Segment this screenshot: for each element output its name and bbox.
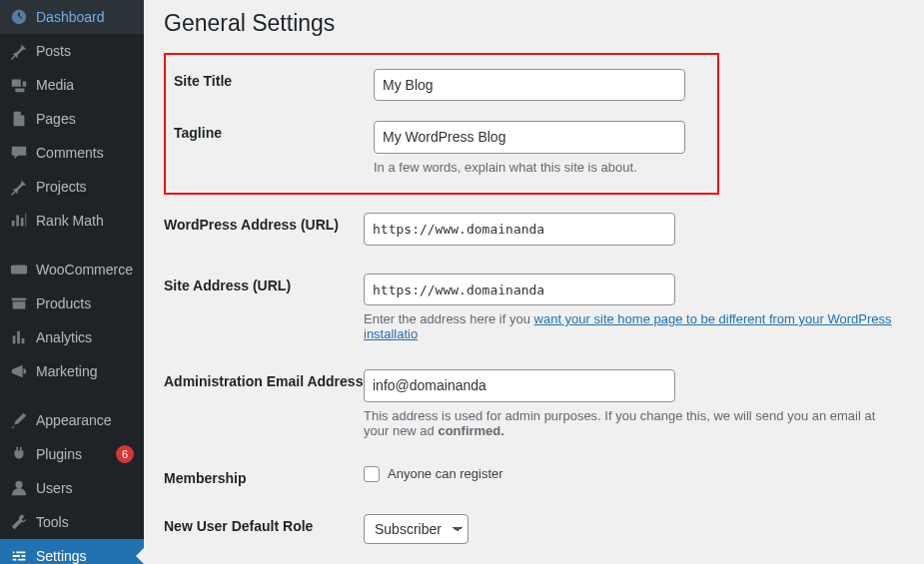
bars-icon xyxy=(10,328,28,346)
admin-sidebar: Dashboard Posts Media Pages Comments Pro… xyxy=(0,0,144,564)
sidebar-item-products[interactable]: Products xyxy=(0,286,144,320)
chart-icon xyxy=(10,212,28,230)
form-row-default-role: New User Default Role Subscriber xyxy=(164,500,904,558)
form-row-site-language: Site Language⇄ English (United States) xyxy=(164,558,904,564)
svg-rect-0 xyxy=(11,266,27,275)
sidebar-item-marketing[interactable]: Marketing xyxy=(0,354,144,388)
sidebar-item-label: Users xyxy=(36,480,134,496)
site-address-description: Enter the address here if you want your … xyxy=(364,311,904,341)
sidebar-item-projects[interactable]: Projects xyxy=(0,170,144,204)
site-address-input[interactable]: https://www.domainanda xyxy=(364,274,675,306)
admin-email-description: This address is used for admin purposes.… xyxy=(364,408,904,438)
page-icon xyxy=(10,110,28,128)
page-title: General Settings xyxy=(164,8,904,39)
highlighted-section: Site Title Tagline In a few words, expla… xyxy=(164,53,719,195)
admin-email-input[interactable] xyxy=(364,369,675,401)
sidebar-item-analytics[interactable]: Analytics xyxy=(0,320,144,354)
sidebar-separator xyxy=(0,393,144,398)
form-row-wp-address: WordPress Address (URL) https://www.doma… xyxy=(164,199,904,260)
sidebar-item-media[interactable]: Media xyxy=(0,68,144,102)
label-membership: Membership xyxy=(164,466,364,486)
sidebar-item-label: Posts xyxy=(36,43,134,59)
label-site-address: Site Address (URL) xyxy=(164,274,364,293)
label-admin-email: Administration Email Address xyxy=(164,369,364,389)
sidebar-item-appearance[interactable]: Appearance xyxy=(0,403,144,437)
brush-icon xyxy=(10,411,28,429)
tagline-description: In a few words, explain what this site i… xyxy=(374,160,709,175)
sidebar-item-label: WooCommerce xyxy=(36,262,134,278)
label-default-role: New User Default Role xyxy=(164,514,364,534)
comment-icon xyxy=(10,144,28,162)
membership-checkbox-label[interactable]: Anyone can register xyxy=(364,466,904,482)
sidebar-item-label: Projects xyxy=(36,179,134,195)
form-row-admin-email: Administration Email Address This addres… xyxy=(164,355,904,451)
form-row-site-title: Site Title xyxy=(174,59,709,111)
sidebar-item-label: Comments xyxy=(36,145,134,161)
sidebar-item-settings[interactable]: Settings xyxy=(0,539,144,564)
pin-icon xyxy=(10,178,28,196)
sidebar-item-label: Marketing xyxy=(36,363,134,379)
label-tagline: Tagline xyxy=(174,121,374,141)
sidebar-item-woocommerce[interactable]: WooCommerce xyxy=(0,253,144,286)
main-content: General Settings Site Title Tagline In a… xyxy=(144,0,924,564)
form-row-site-address: Site Address (URL) https://www.domainand… xyxy=(164,260,904,356)
sidebar-item-dashboard[interactable]: Dashboard xyxy=(0,0,144,34)
plug-icon xyxy=(10,445,28,463)
media-icon xyxy=(10,76,28,94)
sidebar-item-rankmath[interactable]: Rank Math xyxy=(0,204,144,238)
svg-point-1 xyxy=(15,481,22,488)
membership-checkbox-text: Anyone can register xyxy=(388,466,503,481)
sidebar-item-label: Tools xyxy=(36,514,134,530)
wrench-icon xyxy=(10,513,28,531)
sliders-icon xyxy=(10,547,28,564)
sidebar-item-label: Analytics xyxy=(36,329,134,345)
label-site-title: Site Title xyxy=(174,69,374,89)
sidebar-item-label: Settings xyxy=(36,548,134,564)
sidebar-item-label: Dashboard xyxy=(36,9,134,25)
sidebar-item-comments[interactable]: Comments xyxy=(0,136,144,170)
wp-address-input[interactable]: https://www.domainanda xyxy=(364,213,675,246)
membership-checkbox[interactable] xyxy=(364,466,380,482)
sidebar-separator xyxy=(0,243,144,248)
sidebar-item-label: Rank Math xyxy=(36,213,134,229)
form-row-tagline: Tagline In a few words, explain what thi… xyxy=(174,111,709,184)
sidebar-item-posts[interactable]: Posts xyxy=(0,34,144,68)
label-wp-address: WordPress Address (URL) xyxy=(164,213,364,233)
plugins-update-badge: 6 xyxy=(116,445,134,463)
sidebar-item-label: Pages xyxy=(36,111,134,127)
woo-icon xyxy=(10,261,28,279)
pin-icon xyxy=(10,42,28,60)
megaphone-icon xyxy=(10,362,28,380)
sidebar-item-label: Products xyxy=(36,295,134,311)
tagline-input[interactable] xyxy=(374,121,685,153)
default-role-select[interactable]: Subscriber xyxy=(364,514,468,544)
site-title-input[interactable] xyxy=(374,69,685,101)
dashboard-icon xyxy=(10,8,28,26)
sidebar-item-plugins[interactable]: Plugins 6 xyxy=(0,437,144,471)
user-icon xyxy=(10,479,28,497)
sidebar-item-label: Plugins xyxy=(36,446,108,462)
sidebar-item-label: Media xyxy=(36,77,134,93)
sidebar-item-label: Appearance xyxy=(36,412,134,428)
archive-icon xyxy=(10,294,28,312)
form-row-membership: Membership Anyone can register xyxy=(164,452,904,500)
sidebar-item-users[interactable]: Users xyxy=(0,471,144,505)
sidebar-item-tools[interactable]: Tools xyxy=(0,505,144,539)
sidebar-item-pages[interactable]: Pages xyxy=(0,102,144,136)
